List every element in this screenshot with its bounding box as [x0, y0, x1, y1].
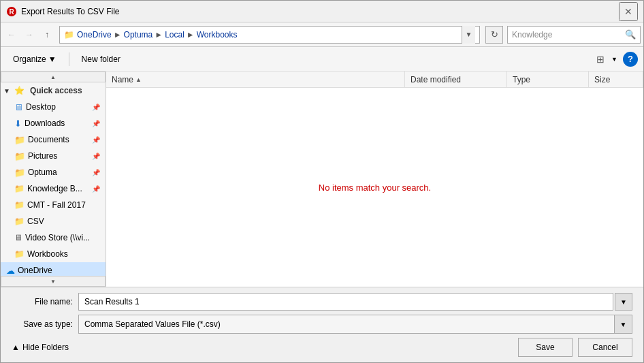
hide-folders-label: Hide Folders: [22, 343, 69, 352]
organize-label: Organize: [13, 54, 46, 64]
refresh-button[interactable]: ↻: [485, 26, 503, 44]
desktop-label: Desktop: [26, 102, 56, 112]
savetype-select-wrapper: Comma Separated Values File (*.csv) ▼: [78, 315, 632, 334]
sidebar-scroll-up[interactable]: ▲: [1, 72, 106, 82]
search-icon[interactable]: 🔍: [625, 29, 636, 40]
breadcrumb-local[interactable]: Local: [165, 30, 184, 40]
sidebar-scroll-area: ▼ ⭐ Quick access 🖥 Desktop 📌 ⬇ Downloads…: [1, 82, 106, 276]
video-store-icon: 🖥: [14, 233, 22, 242]
action-buttons: Save Cancel: [518, 338, 632, 357]
breadcrumb-onedrive[interactable]: OneDrive: [77, 30, 112, 40]
close-button[interactable]: ✕: [619, 2, 638, 21]
search-box: 🔍: [507, 26, 641, 44]
hide-folders-button[interactable]: ▲ Hide Folders: [12, 343, 69, 352]
desktop-icon: 🖥: [14, 102, 23, 112]
help-button[interactable]: ?: [623, 52, 638, 67]
column-header-name[interactable]: Name ▲: [106, 72, 405, 87]
filename-row: File name: ▼: [12, 293, 632, 311]
nav-bar: ← → ↑ 📁 OneDrive ► Optuma ► Local ► Work…: [1, 22, 643, 47]
sidebar-item-desktop[interactable]: 🖥 Desktop 📌: [1, 99, 106, 115]
sidebar-item-workbooks[interactable]: 📁 Workbooks: [1, 246, 106, 262]
workbooks-label: Workbooks: [27, 249, 68, 259]
sidebar-item-video-store[interactable]: 🖥 Video Store (\\vi...: [1, 230, 106, 246]
optuma-label: Optuma: [28, 168, 57, 177]
sidebar-item-knowledge-b[interactable]: 📁 Knowledge B... 📌: [1, 180, 106, 197]
bottom-bar: File name: ▼ Save as type: Comma Separat…: [1, 287, 643, 362]
dialog-title: Export Results To CSV File: [21, 7, 619, 16]
empty-message: No items match your search.: [319, 183, 431, 193]
desktop-pin-icon: 📌: [92, 104, 100, 111]
documents-pin-icon: 📌: [92, 136, 100, 144]
knowledge-icon: 📁: [14, 184, 25, 193]
col-size-label: Size: [594, 75, 610, 84]
svg-text:R: R: [9, 8, 14, 16]
search-input[interactable]: [512, 30, 625, 40]
sidebar-item-onedrive[interactable]: ☁ OneDrive: [1, 262, 106, 276]
back-button[interactable]: ←: [3, 27, 20, 43]
file-list-header: Name ▲ Date modified Type Size: [106, 72, 643, 88]
address-dropdown-button[interactable]: ▼: [462, 26, 475, 44]
sidebar-item-csv[interactable]: 📁 CSV: [1, 213, 106, 230]
documents-label: Documents: [28, 135, 69, 144]
address-bar: 📁 OneDrive ► Optuma ► Local ► Workbooks …: [59, 26, 480, 44]
cmt-icon: 📁: [14, 200, 25, 210]
sidebar-item-downloads[interactable]: ⬇ Downloads 📌: [1, 115, 106, 131]
new-folder-label: New folder: [82, 54, 120, 64]
pictures-label: Pictures: [28, 151, 57, 161]
pictures-icon: 📁: [14, 151, 25, 161]
savetype-dropdown-button[interactable]: ▼: [614, 315, 632, 333]
view-dropdown-arrow[interactable]: ▼: [611, 56, 617, 63]
breadcrumb-workbooks[interactable]: Workbooks: [197, 30, 238, 40]
downloads-pin-icon: 📌: [92, 120, 100, 127]
onedrive-label: OneDrive: [18, 266, 52, 275]
column-header-size[interactable]: Size: [589, 72, 643, 87]
filename-label: File name:: [12, 297, 73, 306]
documents-icon: 📁: [14, 135, 25, 145]
col-date-label: Date modified: [410, 75, 461, 84]
filename-dropdown-button[interactable]: ▼: [615, 293, 632, 311]
filename-input[interactable]: [78, 293, 613, 311]
column-header-date[interactable]: Date modified: [405, 72, 507, 87]
action-row: ▲ Hide Folders Save Cancel: [12, 338, 632, 357]
toolbar-divider: [69, 52, 69, 66]
save-button[interactable]: Save: [518, 338, 573, 357]
col-name-label: Name: [112, 75, 133, 84]
sidebar-scroll-down[interactable]: ▼: [1, 276, 106, 287]
quick-access-label: Quick access: [30, 86, 82, 95]
downloads-icon: ⬇: [14, 119, 22, 129]
view-button[interactable]: ⊞: [592, 51, 609, 67]
sidebar-item-cmt[interactable]: 📁 CMT - Fall 2017: [1, 197, 106, 213]
csv-label: CSV: [27, 217, 44, 226]
optuma-icon: 📁: [14, 168, 25, 178]
optuma-pin-icon: 📌: [92, 169, 100, 176]
sidebar-item-documents[interactable]: 📁 Documents 📌: [1, 131, 106, 148]
up-button[interactable]: ↑: [39, 27, 55, 43]
column-header-type[interactable]: Type: [507, 72, 589, 87]
csv-icon: 📁: [14, 217, 25, 226]
title-bar: R Export Results To CSV File ✕: [1, 1, 643, 22]
toolbar: Organize ▼ New folder ⊞ ▼ ?: [1, 47, 643, 72]
sidebar-item-pictures[interactable]: 📁 Pictures 📌: [1, 148, 106, 164]
sidebar-item-quick-access: ▼ ⭐ Quick access: [1, 82, 106, 99]
file-area: Name ▲ Date modified Type Size No items …: [106, 72, 643, 287]
toolbar-right: ⊞ ▼ ?: [592, 51, 638, 67]
knowledge-pin-icon: 📌: [92, 185, 100, 193]
savetype-row: Save as type: Comma Separated Values Fil…: [12, 315, 632, 334]
downloads-label: Downloads: [25, 119, 65, 128]
onedrive-icon: ☁: [6, 266, 15, 276]
sort-arrow: ▲: [135, 76, 142, 83]
cancel-button[interactable]: Cancel: [578, 338, 632, 357]
sidebar-item-optuma[interactable]: 📁 Optuma 📌: [1, 164, 106, 180]
dialog: R Export Results To CSV File ✕ ← → ↑ 📁 O…: [0, 0, 644, 363]
savetype-label: Save as type:: [12, 319, 73, 329]
hide-folders-arrow: ▲: [12, 343, 20, 352]
col-type-label: Type: [513, 75, 530, 84]
savetype-value: Comma Separated Values File (*.csv): [79, 315, 614, 333]
new-folder-button[interactable]: New folder: [75, 50, 127, 68]
sidebar: ▲ ▼ ⭐ Quick access 🖥 Desktop 📌 ⬇ Downloa…: [1, 72, 106, 287]
cmt-label: CMT - Fall 2017: [27, 200, 86, 210]
organize-button[interactable]: Organize ▼: [6, 50, 63, 68]
dialog-icon: R: [6, 6, 17, 17]
forward-button[interactable]: →: [21, 27, 37, 43]
breadcrumb-optuma[interactable]: Optuma: [124, 30, 153, 40]
